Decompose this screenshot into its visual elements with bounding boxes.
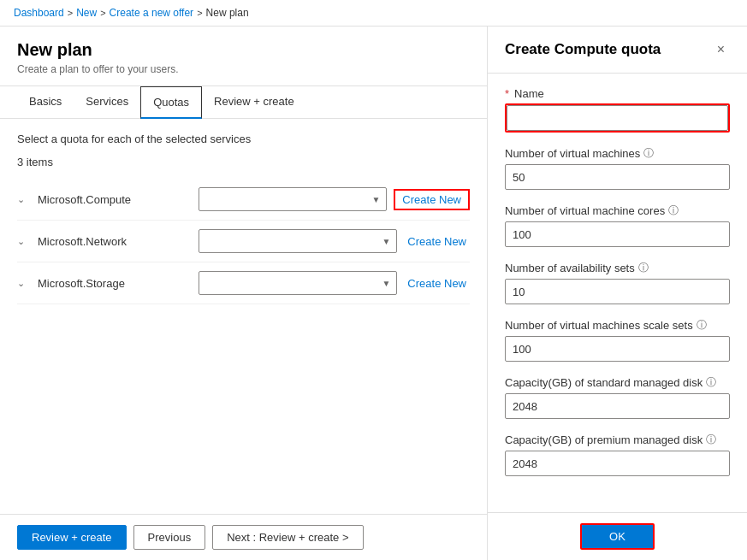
- close-panel-button[interactable]: ×: [712, 40, 730, 59]
- service-row-network: ⌄ Microsoft.Network ▼ Create New: [17, 221, 470, 262]
- tab-review-create[interactable]: Review + create: [202, 86, 306, 119]
- premium-disk-label-text: Capacity(GB) of premium managed disk: [505, 433, 703, 446]
- vm-count-input[interactable]: [505, 164, 730, 190]
- main-content: Select a quota for each of the selected …: [0, 119, 487, 514]
- availability-sets-input[interactable]: [505, 279, 730, 304]
- items-count: 3 items: [17, 156, 470, 168]
- chevron-icon-compute[interactable]: ⌄: [17, 194, 31, 205]
- panel-title: Create Compute quota: [505, 41, 661, 58]
- chevron-icon-storage[interactable]: ⌄: [17, 278, 31, 289]
- storage-create-new-button[interactable]: Create New: [404, 277, 470, 290]
- breadcrumb-sep-3: >: [197, 8, 202, 18]
- vm-cores-label-text: Number of virtual machine cores: [505, 204, 665, 217]
- previous-button[interactable]: Previous: [133, 525, 206, 550]
- breadcrumb-create-offer[interactable]: Create a new offer: [110, 7, 194, 19]
- standard-disk-input[interactable]: [505, 393, 730, 419]
- review-create-button[interactable]: Review + create: [17, 525, 127, 550]
- service-name-network: Microsoft.Network: [38, 235, 192, 248]
- vm-cores-label: Number of virtual machine cores ⓘ: [505, 203, 730, 218]
- standard-disk-info-icon[interactable]: ⓘ: [706, 375, 716, 390]
- chevron-icon-network[interactable]: ⌄: [17, 236, 31, 247]
- ok-button[interactable]: OK: [580, 523, 655, 550]
- breadcrumb-dashboard[interactable]: Dashboard: [14, 7, 64, 19]
- panel-footer: OK: [488, 512, 747, 560]
- panel-header: Create Compute quota ×: [488, 27, 747, 74]
- name-required-indicator: *: [505, 87, 509, 100]
- field-group-name: * Name: [505, 87, 730, 133]
- service-name-compute: Microsoft.Compute: [38, 193, 192, 206]
- bottom-bar: Review + create Previous Next : Review +…: [0, 514, 487, 560]
- field-group-vm-scale-sets: Number of virtual machines scale sets ⓘ: [505, 318, 730, 362]
- field-group-standard-disk: Capacity(GB) of standard managed disk ⓘ: [505, 375, 730, 419]
- field-group-vm-count: Number of virtual machines ⓘ: [505, 146, 730, 190]
- vm-scale-sets-input[interactable]: [505, 336, 730, 362]
- vm-scale-sets-info-icon[interactable]: ⓘ: [697, 318, 707, 333]
- vm-count-label: Number of virtual machines ⓘ: [505, 146, 730, 161]
- standard-disk-label: Capacity(GB) of standard managed disk ⓘ: [505, 375, 730, 390]
- availability-sets-info-icon[interactable]: ⓘ: [638, 261, 649, 275]
- field-group-availability-sets: Number of availability sets ⓘ: [505, 261, 730, 304]
- section-instruction: Select a quota for each of the selected …: [17, 133, 470, 145]
- vm-scale-sets-label: Number of virtual machines scale sets ⓘ: [505, 318, 730, 333]
- network-dropdown-wrapper: ▼: [199, 229, 397, 253]
- name-label-text: Name: [514, 87, 544, 100]
- tab-basics[interactable]: Basics: [17, 86, 74, 119]
- name-input[interactable]: [507, 105, 728, 131]
- availability-sets-label: Number of availability sets ⓘ: [505, 261, 730, 275]
- breadcrumb-new[interactable]: New: [76, 7, 97, 19]
- vm-scale-sets-label-text: Number of virtual machines scale sets: [505, 319, 693, 332]
- tab-bar: Basics Services Quotas Review + create: [0, 86, 487, 119]
- storage-quota-select[interactable]: [199, 271, 397, 295]
- network-quota-select[interactable]: [199, 229, 397, 253]
- availability-sets-label-text: Number of availability sets: [505, 262, 635, 274]
- name-field-wrapper: [505, 103, 730, 133]
- next-button[interactable]: Next : Review + create >: [212, 525, 363, 550]
- page-subtitle: Create a plan to offer to your users.: [17, 63, 470, 75]
- compute-create-new-button[interactable]: Create New: [394, 189, 470, 210]
- network-create-new-button[interactable]: Create New: [404, 235, 470, 248]
- tab-quotas[interactable]: Quotas: [140, 86, 202, 119]
- service-name-storage: Microsoft.Storage: [38, 277, 192, 290]
- field-group-premium-disk: Capacity(GB) of premium managed disk ⓘ: [505, 433, 730, 476]
- vm-count-label-text: Number of virtual machines: [505, 147, 640, 160]
- tab-services[interactable]: Services: [74, 86, 140, 119]
- compute-dropdown-wrapper: ▼: [199, 187, 387, 211]
- premium-disk-info-icon[interactable]: ⓘ: [706, 433, 716, 447]
- breadcrumb: Dashboard > New > Create a new offer > N…: [0, 0, 747, 27]
- side-panel: Create Compute quota × * Name Number of …: [488, 27, 747, 560]
- breadcrumb-sep-2: >: [100, 8, 105, 18]
- vm-cores-input[interactable]: [505, 221, 730, 247]
- vm-count-info-icon[interactable]: ⓘ: [643, 146, 654, 161]
- field-group-vm-cores: Number of virtual machine cores ⓘ: [505, 203, 730, 247]
- service-row-compute: ⌄ Microsoft.Compute ▼ Create New: [17, 179, 470, 221]
- compute-quota-select[interactable]: [199, 187, 387, 211]
- vm-cores-info-icon[interactable]: ⓘ: [668, 203, 679, 218]
- breadcrumb-sep-1: >: [68, 8, 73, 18]
- premium-disk-input[interactable]: [505, 451, 730, 476]
- panel-content: * Name Number of virtual machines ⓘ Numb…: [488, 74, 747, 512]
- service-row-storage: ⌄ Microsoft.Storage ▼ Create New: [17, 262, 470, 304]
- premium-disk-label: Capacity(GB) of premium managed disk ⓘ: [505, 433, 730, 447]
- page-header: New plan Create a plan to offer to your …: [0, 27, 487, 86]
- breadcrumb-current: New plan: [206, 7, 249, 19]
- storage-dropdown-wrapper: ▼: [199, 271, 397, 295]
- name-field-label: * Name: [505, 87, 730, 100]
- page-title: New plan: [17, 40, 470, 60]
- standard-disk-label-text: Capacity(GB) of standard managed disk: [505, 376, 703, 389]
